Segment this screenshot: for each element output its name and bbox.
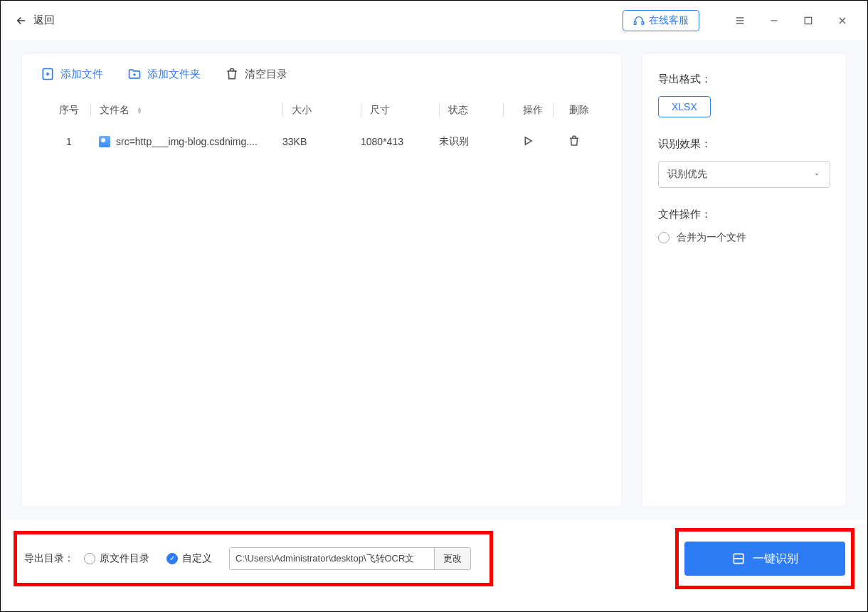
close-button[interactable]	[832, 10, 853, 31]
table-row: 1 src=http___img-blog.csdnimg.... 33KB 1…	[41, 125, 603, 158]
file-plus-icon	[41, 67, 55, 81]
maximize-button[interactable]	[798, 10, 819, 31]
custom-dir-radio[interactable]: 自定义	[166, 552, 212, 565]
trash-icon	[568, 134, 581, 147]
col-delete: 删除	[553, 104, 596, 117]
cell-dimensions: 1080*413	[361, 136, 439, 147]
recognition-effect-label: 识别效果：	[658, 137, 830, 151]
add-file-button[interactable]: 添加文件	[41, 67, 103, 81]
col-dimensions: 尺寸	[361, 104, 439, 117]
online-service-label: 在线客服	[649, 14, 689, 27]
minimize-button[interactable]	[763, 10, 785, 31]
table-header: 序号 文件名 ▲▼ 大小 尺寸 状态 操作 删除	[41, 95, 603, 125]
cell-seq: 1	[48, 136, 90, 147]
col-operate: 操作	[503, 104, 553, 117]
svg-rect-0	[634, 21, 636, 24]
side-panel: 导出格式： XLSX 识别效果： 识别优先 文件操作： 合并为一个文件	[642, 54, 846, 506]
path-input-group: 更改	[229, 547, 471, 570]
add-file-label: 添加文件	[60, 68, 103, 81]
arrow-left-icon	[15, 14, 28, 27]
merge-files-label: 合并为一个文件	[677, 231, 746, 244]
sort-icon: ▲▼	[137, 107, 142, 114]
titlebar: 返回 在线客服	[1, 1, 867, 40]
play-icon	[522, 134, 534, 147]
radio-checked-icon	[166, 553, 178, 564]
add-folder-label: 添加文件夹	[147, 68, 201, 81]
clear-list-button[interactable]: 清空目录	[225, 67, 287, 81]
toolbar: 添加文件 添加文件夹 清空目录	[41, 67, 603, 95]
recognition-effect-select[interactable]: 识别优先	[658, 161, 830, 188]
recognize-button[interactable]: 一键识别	[684, 542, 845, 576]
trash-icon	[225, 67, 239, 81]
cell-size: 33KB	[282, 136, 361, 147]
file-list-panel: 添加文件 添加文件夹 清空目录 序号 文件名 ▲▼ 大小 尺寸 状态 操作 删除	[22, 54, 621, 506]
radio-icon	[658, 232, 669, 243]
headset-icon	[633, 15, 645, 26]
original-dir-radio[interactable]: 原文件目录	[84, 552, 149, 565]
change-path-button[interactable]: 更改	[434, 548, 470, 569]
recognition-effect-value: 识别优先	[667, 168, 707, 181]
svg-rect-2	[805, 17, 811, 23]
merge-files-radio[interactable]: 合并为一个文件	[658, 231, 830, 244]
image-file-icon	[99, 136, 110, 147]
cell-status: 未识别	[439, 135, 503, 148]
export-path-input[interactable]	[230, 548, 434, 569]
add-folder-button[interactable]: 添加文件夹	[127, 67, 201, 81]
custom-dir-label: 自定义	[182, 552, 212, 565]
online-service-button[interactable]: 在线客服	[623, 10, 699, 31]
col-size: 大小	[282, 104, 361, 117]
run-row-button[interactable]	[522, 134, 534, 147]
folder-plus-icon	[127, 67, 142, 81]
delete-row-button[interactable]	[568, 134, 581, 147]
footer: 导出目录： 原文件目录 自定义 更改 一键识别	[1, 519, 867, 611]
clear-list-label: 清空目录	[245, 68, 287, 81]
recognize-label: 一键识别	[753, 552, 798, 566]
maximize-icon	[803, 15, 814, 26]
col-seq: 序号	[48, 104, 90, 117]
back-button[interactable]: 返回	[15, 14, 55, 27]
col-status: 状态	[439, 104, 503, 117]
menu-icon	[734, 15, 746, 26]
back-label: 返回	[33, 14, 55, 27]
cell-filename: src=http___img-blog.csdnimg....	[116, 136, 258, 147]
export-directory-group: 导出目录： 原文件目录 自定义 更改	[14, 531, 493, 586]
radio-icon	[84, 553, 95, 564]
recognize-highlight: 一键识别	[675, 528, 854, 589]
chevron-down-icon	[813, 170, 821, 179]
col-name[interactable]: 文件名 ▲▼	[90, 104, 282, 117]
minimize-icon	[768, 15, 780, 26]
file-operation-label: 文件操作：	[658, 208, 830, 221]
scan-icon	[731, 552, 746, 566]
original-dir-label: 原文件目录	[100, 552, 149, 565]
export-format-label: 导出格式：	[658, 73, 830, 86]
close-icon	[837, 15, 848, 26]
menu-button[interactable]	[729, 10, 751, 31]
svg-rect-1	[642, 21, 644, 24]
export-format-xlsx[interactable]: XLSX	[658, 96, 711, 117]
export-dir-label: 导出目录：	[24, 552, 74, 565]
